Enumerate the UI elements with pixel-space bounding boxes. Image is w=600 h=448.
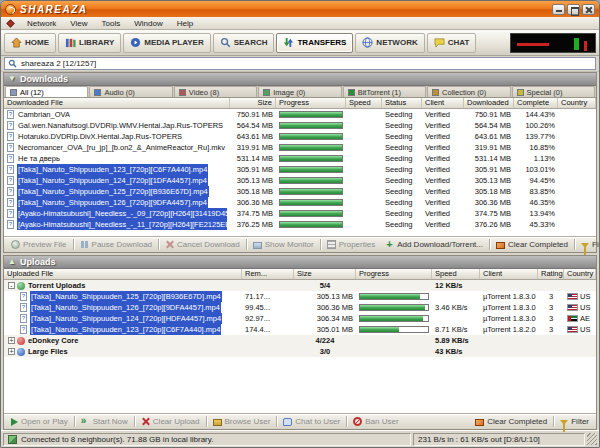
filter-tab-video[interactable]: Video (8): [174, 86, 257, 97]
upload-group-row[interactable]: +Large Files3/043 KB/s: [4, 346, 596, 357]
upload-row[interactable]: ?[Taka]_Naruto_Shippuuden_123_[720p][C6F…: [4, 324, 596, 335]
download-row[interactable]: ?Necromancer_OVA_[ru_jp]_[b.on2_&_AnimeR…: [4, 142, 596, 153]
download-row[interactable]: ?[Taka]_Naruto_Shippuuden_124_[720p][1DF…: [4, 175, 596, 186]
file-icon: ?: [7, 110, 14, 119]
download-speed: [346, 131, 382, 142]
preview-file-button[interactable]: Preview File: [6, 239, 72, 250]
download-complete: 103.01%: [514, 164, 558, 175]
download-country: [558, 219, 596, 230]
collapse-icon[interactable]: -: [8, 282, 15, 289]
download-size: 305.91 MB: [230, 164, 276, 175]
add-download-button[interactable]: Add Download/Torrent...: [380, 239, 488, 250]
browse-user-button[interactable]: Browse User: [208, 416, 276, 427]
col-up-speed[interactable]: Speed: [432, 269, 480, 279]
col-downloaded-file[interactable]: Downloaded File: [4, 98, 230, 108]
tab-search[interactable]: SEARCH: [213, 33, 275, 53]
filter-button[interactable]: Filter: [576, 239, 600, 250]
download-row[interactable]: ?[Taka]_Naruto_Shippuuden_125_[720p][B93…: [4, 186, 596, 197]
tab-home[interactable]: HOME: [4, 33, 56, 53]
main-toolbar: HOME LIBRARY MEDIA PLAYER SEARCH TRANSFE…: [1, 30, 599, 56]
filter-tab-image[interactable]: Image (0): [258, 86, 341, 97]
upload-remaining: 174.4...: [242, 324, 294, 335]
bittorrent-icon: [348, 89, 355, 96]
col-up-client[interactable]: Client: [480, 269, 538, 279]
tab-chat[interactable]: CHAT: [427, 33, 477, 53]
download-row[interactable]: ?Cambrian_OVA750.91 MBSeedingVerified750…: [4, 109, 596, 120]
start-now-button[interactable]: Start Now: [76, 416, 133, 427]
uploads-toolbar: Open or Play Start Now Clear Upload Brow…: [4, 413, 596, 429]
downloads-header[interactable]: ▼ Downloads: [4, 73, 596, 86]
chat-to-user-button[interactable]: Chat to User: [278, 416, 345, 427]
tab-media-player[interactable]: MEDIA PLAYER: [123, 33, 210, 53]
properties-button[interactable]: Properties: [322, 239, 380, 250]
col-client[interactable]: Client: [422, 98, 464, 108]
upload-country: US: [564, 324, 596, 335]
resize-grip[interactable]: [587, 433, 597, 445]
filter-tab-audio[interactable]: Audio (0): [89, 86, 172, 97]
download-size: 531.14 MB: [230, 153, 276, 164]
clear-completed-button[interactable]: Clear Completed: [491, 239, 573, 250]
download-row[interactable]: ?[Ayako-Himatsubushi]_Needless_-_09_[720…: [4, 208, 596, 219]
upload-group-row[interactable]: -Torrent Uploads5/412 KB/s: [4, 280, 596, 291]
col-downloaded[interactable]: Downloaded: [464, 98, 514, 108]
menu-network[interactable]: Network: [20, 19, 63, 28]
col-complete[interactable]: Complete: [514, 98, 558, 108]
menu-view[interactable]: View: [63, 19, 94, 28]
upload-group-row[interactable]: +eDonkey Core4/2245.89 KB/s: [4, 335, 596, 346]
clear-upload-button[interactable]: Clear Upload: [136, 416, 205, 427]
filter-tab-collection[interactable]: Collection (0): [427, 86, 510, 97]
col-rating[interactable]: Rating: [538, 269, 564, 279]
upload-speed: [432, 291, 480, 302]
show-monitor-button[interactable]: Show Monitor: [248, 239, 319, 250]
menu-tools[interactable]: Tools: [95, 19, 128, 28]
cancel-download-button[interactable]: Cancel Download: [160, 239, 245, 250]
pause-download-button[interactable]: Pause Download: [75, 239, 157, 250]
filter-tab-all[interactable]: All (12): [5, 86, 88, 97]
menu-window[interactable]: Window: [127, 19, 169, 28]
download-row[interactable]: ?Hotaruko.DVDRip.DivX.Hentai.Jap.Rus-TOP…: [4, 131, 596, 142]
toolbar-separator: [574, 239, 575, 250]
col-country[interactable]: Country: [558, 98, 596, 108]
search-history-box[interactable]: shareaza 2 [12/1257]: [4, 57, 596, 70]
title-bar[interactable]: SHAREAZA: [1, 1, 599, 17]
menu-bar: Network View Tools Window Help: [1, 17, 599, 30]
upload-row[interactable]: ?[Taka]_Naruto_Shippuuden_124_[720p][HDF…: [4, 313, 596, 324]
ban-user-button[interactable]: Ban User: [348, 416, 403, 427]
expand-icon[interactable]: +: [8, 337, 15, 344]
filter-tab-bittorrent[interactable]: BitTorrent (1): [343, 86, 426, 97]
download-row[interactable]: ?[Taka]_Naruto_Shippuuden_123_[720p][C6F…: [4, 164, 596, 175]
download-row[interactable]: ?Не та дверь531.14 MBSeedingVerified531.…: [4, 153, 596, 164]
download-downloaded: 305.91 MB: [464, 164, 514, 175]
tab-library[interactable]: LIBRARY: [58, 33, 121, 53]
col-status[interactable]: Status: [382, 98, 422, 108]
uploads-header[interactable]: ▲ Uploads: [4, 256, 596, 269]
uploads-filter-button[interactable]: Filter: [555, 416, 594, 427]
col-size[interactable]: Size: [230, 98, 276, 108]
col-up-progress[interactable]: Progress: [356, 269, 432, 279]
download-complete: 83.85%: [514, 186, 558, 197]
open-or-play-button[interactable]: Open or Play: [6, 416, 73, 427]
filter-tab-special[interactable]: Special (0): [512, 86, 595, 97]
search-icon: [220, 37, 231, 48]
download-row[interactable]: ?Gal.wen.Nanafutsogi.DVDRip.WMV.Hentai.J…: [4, 120, 596, 131]
uploads-clear-completed-button[interactable]: Clear Completed: [470, 416, 552, 427]
col-up-size[interactable]: Size: [294, 269, 356, 279]
col-rem[interactable]: Rem...: [242, 269, 294, 279]
upload-rating: 3: [538, 291, 564, 302]
expand-icon[interactable]: +: [8, 348, 15, 355]
minimize-button[interactable]: [552, 4, 565, 15]
col-progress[interactable]: Progress: [276, 98, 346, 108]
maximize-button[interactable]: [567, 4, 580, 15]
close-button[interactable]: [582, 4, 595, 15]
col-speed[interactable]: Speed: [346, 98, 382, 108]
download-row[interactable]: ?[Ayako-Himatsubushi]_Needless_-_11_[720…: [4, 219, 596, 230]
upload-row[interactable]: ?[Taka]_Naruto_Shippuuden_126_[720p][9DF…: [4, 302, 596, 313]
menu-help[interactable]: Help: [170, 19, 200, 28]
col-up-country[interactable]: Country: [564, 269, 596, 279]
upload-progress-bar: [356, 302, 432, 313]
tab-network[interactable]: NETWORK: [355, 33, 424, 53]
tab-transfers[interactable]: TRANSFERS: [276, 33, 353, 53]
col-uploaded-file[interactable]: Uploaded File: [4, 269, 242, 279]
download-row[interactable]: ?[Taka]_Naruto_Shippuuden_126_[720p][9DF…: [4, 197, 596, 208]
upload-row[interactable]: ?[Taka]_Naruto_Shippuuden_125_[720p][B93…: [4, 291, 596, 302]
